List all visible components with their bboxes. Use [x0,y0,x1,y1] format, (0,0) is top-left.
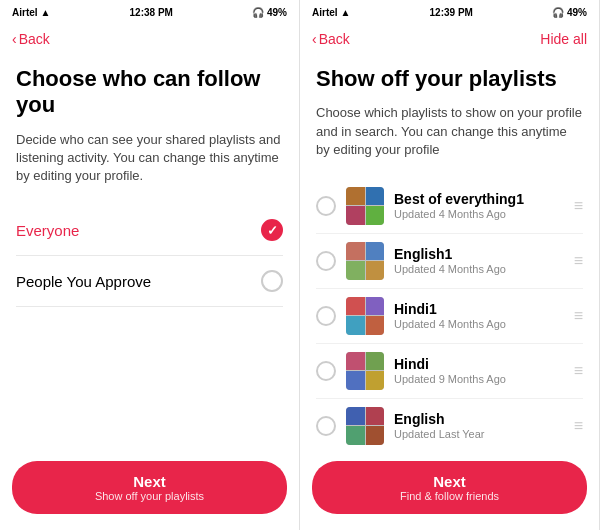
playlist-name-0: Best of everything1 [394,191,564,207]
drag-handle-2[interactable]: ≡ [574,308,583,324]
playlist-updated-0: Updated 4 Months Ago [394,208,564,220]
status-carrier-right: Airtel ▲ [312,7,350,18]
carrier-text-right: Airtel [312,7,338,18]
next-label-right: Next [324,473,575,490]
next-button-left[interactable]: Next Show off your playlists [12,461,287,514]
playlist-item-3[interactable]: Hindi Updated 9 Months Ago ≡ [316,344,583,399]
playlist-item-0[interactable]: Best of everything1 Updated 4 Months Ago… [316,179,583,234]
panel-playlists: Airtel ▲ 12:39 PM 🎧 49% ‹ Back Hide all … [300,0,600,530]
status-right-left: 🎧 49% [252,7,287,18]
playlist-name-3: Hindi [394,356,564,372]
drag-handle-1[interactable]: ≡ [574,253,583,269]
playlist-item-4[interactable]: English Updated Last Year ≡ [316,399,583,453]
panel-follow-settings: Airtel ▲ 12:38 PM 🎧 49% ‹ Back Choose wh… [0,0,300,530]
hide-all-button[interactable]: Hide all [540,31,587,47]
playlist-info-1: English1 Updated 4 Months Ago [394,246,564,275]
next-sub-right: Find & follow friends [324,490,575,502]
status-time-left: 12:38 PM [130,7,173,18]
next-button-right[interactable]: Next Find & follow friends [312,461,587,514]
wifi-icon: ▲ [41,7,51,18]
back-button-left[interactable]: ‹ Back [12,31,50,47]
status-bar-left: Airtel ▲ 12:38 PM 🎧 49% [0,0,299,22]
playlist-thumb-3 [346,352,384,390]
nav-bar-right: ‹ Back Hide all [300,22,599,58]
radio-everyone[interactable] [261,219,283,241]
playlist-radio-1[interactable] [316,251,336,271]
playlist-thumb-1 [346,242,384,280]
status-right-right: 🎧 49% [552,7,587,18]
drag-handle-3[interactable]: ≡ [574,363,583,379]
option-everyone[interactable]: Everyone [16,205,283,256]
battery-text: 49% [267,7,287,18]
nav-bar-left: ‹ Back [0,22,299,58]
playlist-radio-4[interactable] [316,416,336,436]
status-time-right: 12:39 PM [430,7,473,18]
carrier-text: Airtel [12,7,38,18]
content-left: Choose who can follow you Decide who can… [0,58,299,453]
battery-text-right: 49% [567,7,587,18]
playlist-radio-2[interactable] [316,306,336,326]
back-button-right[interactable]: ‹ Back [312,31,350,47]
option-approve-label: People You Approve [16,273,151,290]
playlist-thumb-2 [346,297,384,335]
next-sub-left: Show off your playlists [24,490,275,502]
headphone-icon-right: 🎧 [552,7,564,18]
page-title-right: Show off your playlists [316,66,583,92]
chevron-left-icon: ‹ [12,31,17,47]
status-carrier-left: Airtel ▲ [12,7,50,18]
playlist-info-3: Hindi Updated 9 Months Ago [394,356,564,385]
content-right: Show off your playlists Choose which pla… [300,58,599,453]
headphone-icon: 🎧 [252,7,264,18]
playlist-radio-3[interactable] [316,361,336,381]
chevron-left-icon-right: ‹ [312,31,317,47]
playlist-item-2[interactable]: Hindi1 Updated 4 Months Ago ≡ [316,289,583,344]
playlist-info-2: Hindi1 Updated 4 Months Ago [394,301,564,330]
page-description-right: Choose which playlists to show on your p… [316,104,583,159]
next-label-left: Next [24,473,275,490]
playlist-info-4: English Updated Last Year [394,411,564,440]
playlist-item-1[interactable]: English1 Updated 4 Months Ago ≡ [316,234,583,289]
playlist-radio-0[interactable] [316,196,336,216]
playlist-updated-2: Updated 4 Months Ago [394,318,564,330]
option-everyone-label: Everyone [16,222,79,239]
drag-handle-0[interactable]: ≡ [574,198,583,214]
page-description-left: Decide who can see your shared playlists… [16,131,283,186]
back-label-right: Back [319,31,350,47]
option-people-approve[interactable]: People You Approve [16,256,283,307]
radio-approve[interactable] [261,270,283,292]
playlist-name-4: English [394,411,564,427]
wifi-icon-right: ▲ [341,7,351,18]
playlist-info-0: Best of everything1 Updated 4 Months Ago [394,191,564,220]
playlist-name-1: English1 [394,246,564,262]
playlist-name-2: Hindi1 [394,301,564,317]
drag-handle-4[interactable]: ≡ [574,418,583,434]
playlist-thumb-0 [346,187,384,225]
back-label-left: Back [19,31,50,47]
playlist-updated-1: Updated 4 Months Ago [394,263,564,275]
playlist-thumb-4 [346,407,384,445]
page-title-left: Choose who can follow you [16,66,283,119]
status-bar-right: Airtel ▲ 12:39 PM 🎧 49% [300,0,599,22]
playlist-updated-3: Updated 9 Months Ago [394,373,564,385]
playlist-updated-4: Updated Last Year [394,428,564,440]
